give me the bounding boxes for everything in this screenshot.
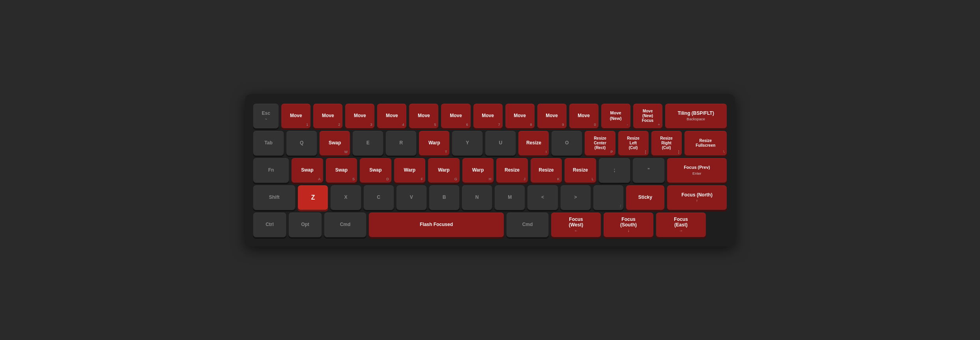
row-shift: Shift Z X C V B N M < > / [253, 185, 727, 210]
key-semicolon[interactable]: ; [598, 158, 631, 183]
key-enter[interactable]: Focus (Prev) Enter [667, 158, 727, 183]
row-number: Esc ~ Move 1 Move 2 Move 3 Move 4 Move 5… [253, 103, 727, 129]
key-backslash[interactable]: ResizeFullscreen \ [684, 131, 727, 156]
key-plus[interactable]: Move(New)Focus + [633, 103, 663, 129]
key-focus-east[interactable]: Focus(East) → [656, 212, 706, 237]
key-backspace[interactable]: Tiling (BSP/FLT) Backspace [665, 103, 727, 129]
key-opt[interactable]: Opt [288, 212, 322, 237]
key-period[interactable]: > [560, 185, 591, 210]
key-focus-south[interactable]: Focus(South) ↓ [603, 212, 654, 237]
key-7[interactable]: Move 7 [473, 103, 503, 129]
key-l[interactable]: Resize L [564, 158, 597, 183]
key-9[interactable]: Move 9 [537, 103, 567, 129]
key-g[interactable]: Warp G [428, 158, 460, 183]
key-fn[interactable]: Fn [253, 158, 289, 183]
key-t[interactable]: Warp T [419, 131, 450, 156]
row-bottom: Ctrl Opt Cmd Flash Focused Cmd Focus(Wes… [253, 212, 727, 237]
key-5[interactable]: Move 5 [409, 103, 439, 129]
key-1[interactable]: Move 1 [281, 103, 311, 129]
key-s[interactable]: Swap S [325, 158, 358, 183]
key-focus-north[interactable]: Focus (North) ↑ [667, 185, 727, 210]
key-v[interactable]: V [396, 185, 427, 210]
key-c[interactable]: C [363, 185, 394, 210]
key-b[interactable]: B [429, 185, 460, 210]
key-shift-left[interactable]: Shift [253, 185, 295, 210]
key-tab[interactable]: Tab [253, 131, 284, 156]
key-w[interactable]: Swap W [319, 131, 350, 156]
key-f[interactable]: Warp F [394, 158, 426, 183]
key-2[interactable]: Move 2 [313, 103, 343, 129]
key-3[interactable]: Move 3 [345, 103, 375, 129]
row-caps: Fn Swap A Swap S Swap D Warp F Warp G Wa… [253, 158, 727, 183]
key-6[interactable]: Move 6 [441, 103, 471, 129]
key-esc[interactable]: Esc ~ [253, 103, 279, 129]
key-a[interactable]: Swap A [291, 158, 324, 183]
key-minus[interactable]: Move(New) - [601, 103, 631, 129]
key-z[interactable]: Z [297, 185, 328, 210]
key-h[interactable]: Warp H [462, 158, 494, 183]
key-rbracket[interactable]: ResizeRight(Col) ] [651, 131, 682, 156]
key-cmd-right[interactable]: Cmd [506, 212, 549, 237]
key-y[interactable]: Y [452, 131, 483, 156]
key-quote[interactable]: " [632, 158, 665, 183]
key-q[interactable]: Q [286, 131, 317, 156]
key-m[interactable]: M [494, 185, 525, 210]
key-k[interactable]: Resize K [530, 158, 563, 183]
key-lbracket[interactable]: ResizeLeft(Col) [ [618, 131, 649, 156]
key-n[interactable]: N [462, 185, 492, 210]
key-e[interactable]: E [352, 131, 383, 156]
key-o[interactable]: O [551, 131, 582, 156]
key-slash[interactable]: / [593, 185, 624, 210]
key-j[interactable]: Resize J [496, 158, 528, 183]
key-sticky[interactable]: Sticky [626, 185, 665, 210]
key-r[interactable]: R [385, 131, 417, 156]
row-tab: Tab Q Swap W E R Warp T Y U Resize I O [253, 131, 727, 156]
key-cmd-left[interactable]: Cmd [324, 212, 367, 237]
key-x[interactable]: X [330, 185, 361, 210]
key-i[interactable]: Resize I [518, 131, 549, 156]
key-ctrl[interactable]: Ctrl [253, 212, 286, 237]
key-focus-west[interactable]: Focus(West) ← [551, 212, 601, 237]
key-4[interactable]: Move 4 [377, 103, 407, 129]
key-p[interactable]: ResizeCenter(Rect) P [584, 131, 615, 156]
key-d[interactable]: Swap D [359, 158, 392, 183]
key-comma[interactable]: < [527, 185, 558, 210]
key-u[interactable]: U [485, 131, 516, 156]
key-8[interactable]: Move 8 [505, 103, 535, 129]
keyboard: Esc ~ Move 1 Move 2 Move 3 Move 4 Move 5… [245, 94, 735, 247]
key-0[interactable]: Move 0 [569, 103, 599, 129]
key-space[interactable]: Flash Focused [368, 212, 504, 237]
